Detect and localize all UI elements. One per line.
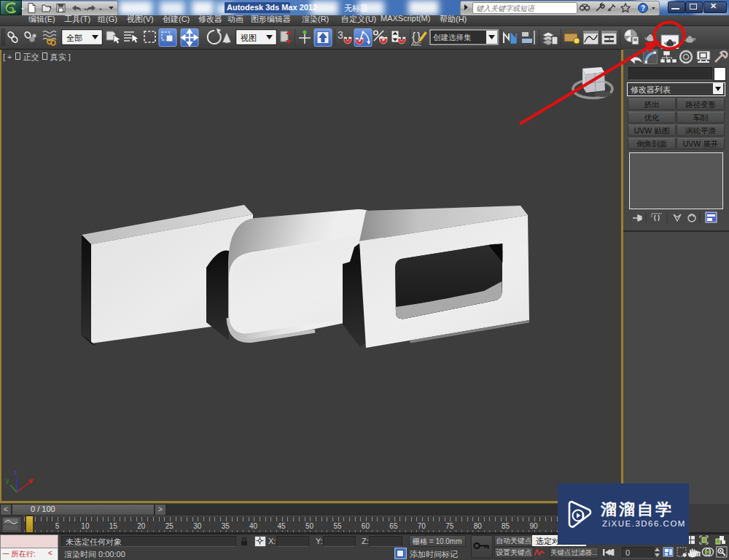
svg-text:3: 3 [338, 29, 343, 41]
svg-text:ABC: ABC [411, 42, 421, 47]
svg-text:视图: 视图 [241, 34, 257, 42]
svg-text:{: { [412, 30, 416, 42]
svg-text:z: z [14, 469, 17, 476]
svg-text:y: y [6, 477, 9, 484]
svg-text:?: ? [641, 4, 645, 12]
svg-text:创建选择集: 创建选择集 [433, 33, 472, 42]
svg-text:全部: 全部 [66, 34, 82, 42]
